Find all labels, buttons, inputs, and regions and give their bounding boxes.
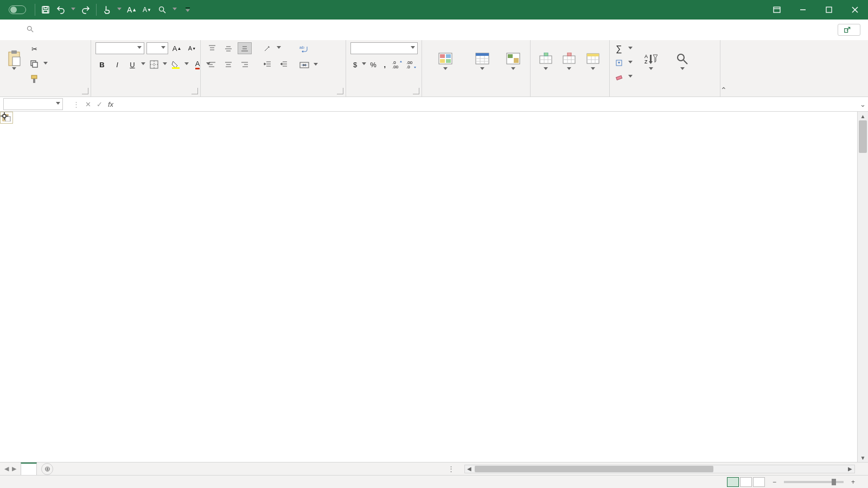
fx-icon[interactable]: fx [108, 100, 113, 108]
align-left-icon[interactable] [205, 59, 219, 70]
scroll-left-icon[interactable]: ◀ [465, 465, 474, 473]
name-box[interactable] [3, 98, 63, 110]
scroll-up-icon[interactable]: ▲ [858, 112, 868, 120]
increase-font-icon[interactable]: A▲ [127, 5, 137, 15]
page-break-view-icon[interactable] [753, 477, 765, 487]
increase-indent-icon[interactable] [277, 59, 291, 70]
align-center-icon[interactable] [221, 59, 235, 70]
page-layout-view-icon[interactable] [740, 477, 752, 487]
cut-button[interactable]: ✂ [29, 42, 48, 55]
merge-center-button[interactable] [299, 59, 318, 72]
shrink-font-icon[interactable]: A▼ [186, 42, 199, 54]
comma-icon[interactable]: , [380, 59, 390, 70]
close-icon[interactable] [842, 0, 868, 20]
find-select-button[interactable] [669, 42, 695, 81]
zoom-slider[interactable] [784, 481, 844, 483]
ribbon-display-icon[interactable] [764, 0, 790, 20]
svg-rect-63 [446, 54, 451, 58]
wrap-text-icon: ab [299, 44, 309, 54]
clear-button[interactable] [614, 70, 633, 84]
borders-button[interactable] [148, 59, 161, 70]
zoom-out-icon[interactable]: − [773, 478, 776, 486]
fill-color-button[interactable] [169, 59, 182, 70]
find-icon [675, 52, 690, 65]
paste-button[interactable] [4, 42, 24, 81]
tab-split-handle[interactable]: ⋮ [443, 465, 459, 473]
horizontal-scrollbar[interactable]: ◀ ▶ [464, 465, 856, 473]
maximize-icon[interactable] [816, 0, 842, 20]
decrease-indent-icon[interactable] [260, 59, 275, 70]
vertical-scrollbar[interactable]: ▲ ▼ [857, 112, 868, 462]
sheet-nav[interactable]: ◀▶ [0, 465, 21, 472]
format-as-table-button[interactable] [466, 42, 499, 81]
align-bottom-icon[interactable] [238, 42, 252, 54]
autosum-button[interactable]: ∑ [614, 42, 633, 55]
cancel-formula-icon[interactable]: ✕ [85, 100, 91, 108]
bold-button[interactable]: B [95, 59, 108, 70]
svg-rect-18 [31, 75, 37, 79]
currency-icon[interactable]: $ [350, 59, 360, 70]
conditional-formatting-button[interactable] [426, 42, 464, 81]
undo-icon[interactable] [56, 5, 66, 15]
percent-icon[interactable]: % [368, 59, 378, 70]
save-icon[interactable] [41, 5, 50, 15]
ribbon-tabs [0, 20, 868, 40]
touch-mode-icon[interactable] [102, 5, 112, 15]
svg-point-97 [678, 54, 684, 61]
redo-icon[interactable] [81, 5, 91, 15]
spreadsheet-grid[interactable]: ▲ ▼ [0, 112, 868, 462]
tell-me-search[interactable] [26, 25, 39, 35]
normal-view-icon[interactable] [727, 477, 739, 487]
cell-styles-icon [506, 52, 521, 65]
collapse-ribbon-icon[interactable]: ⌃ [720, 86, 727, 94]
align-middle-icon[interactable] [221, 42, 235, 54]
dialog-launcher-icon[interactable] [413, 88, 419, 94]
share-button[interactable] [838, 24, 860, 36]
scroll-down-icon[interactable]: ▼ [858, 453, 868, 462]
search-icon[interactable] [157, 5, 167, 15]
decrease-font-icon[interactable]: A▼ [142, 5, 152, 15]
scroll-thumb[interactable] [859, 120, 867, 153]
dialog-launcher-icon[interactable] [337, 88, 343, 94]
decrease-decimal-icon[interactable]: .00.0 [406, 59, 418, 70]
scroll-right-icon[interactable]: ▶ [846, 465, 854, 473]
svg-marker-95 [650, 55, 652, 62]
copy-button[interactable] [29, 57, 48, 70]
format-cells-button[interactable] [581, 42, 605, 81]
autosave-switch-off[interactable] [9, 5, 26, 14]
autosave-toggle[interactable] [5, 5, 29, 14]
undo-dropdown[interactable] [71, 8, 75, 12]
file-tab[interactable] [0, 20, 15, 40]
dialog-launcher-icon[interactable] [192, 88, 198, 94]
minimize-icon[interactable] [790, 0, 816, 20]
underline-button[interactable]: U [126, 59, 139, 70]
search-dropdown[interactable] [173, 8, 177, 12]
zoom-in-icon[interactable]: + [851, 478, 855, 486]
font-name-select[interactable] [95, 42, 144, 54]
sort-filter-button[interactable]: AZ [638, 42, 664, 81]
expand-formula-bar-icon[interactable]: ⌄ [857, 100, 868, 108]
italic-button[interactable]: I [111, 59, 124, 70]
sheet-tab-active[interactable] [21, 463, 37, 476]
align-top-icon[interactable] [205, 42, 219, 54]
qat-customize[interactable] [186, 8, 190, 12]
format-painter-button[interactable] [29, 73, 48, 86]
svg-rect-20 [150, 61, 158, 68]
wrap-text-button[interactable]: ab [299, 42, 318, 55]
touch-dropdown[interactable] [117, 8, 122, 12]
grow-font-icon[interactable]: A▲ [170, 42, 183, 54]
delete-cells-button[interactable] [558, 42, 579, 81]
number-format-select[interactable] [350, 42, 418, 54]
enter-formula-icon[interactable]: ✓ [97, 100, 103, 108]
font-size-select[interactable] [146, 42, 168, 54]
new-sheet-button[interactable]: ⊕ [41, 463, 53, 475]
svg-marker-57 [400, 61, 402, 62]
orientation-icon[interactable] [260, 42, 275, 54]
fill-button[interactable] [614, 56, 633, 69]
cell-styles-button[interactable] [501, 42, 526, 81]
increase-decimal-icon[interactable]: .0.00 [392, 59, 404, 70]
insert-cells-button[interactable] [535, 42, 557, 81]
align-right-icon[interactable] [238, 59, 252, 70]
scroll-thumb[interactable] [475, 466, 713, 472]
dialog-launcher-icon[interactable] [82, 88, 88, 94]
